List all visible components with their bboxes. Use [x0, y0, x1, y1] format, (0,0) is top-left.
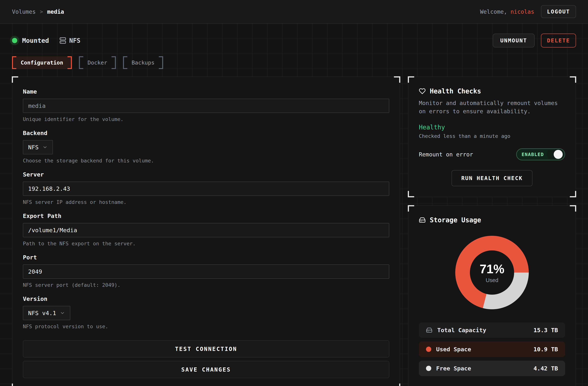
card-corner-icon: [570, 76, 576, 83]
name-help: Unique identifier for the volume.: [23, 116, 389, 122]
export-path-help: Path to the NFS export on the server.: [23, 241, 389, 246]
card-corner-icon: [12, 76, 18, 83]
breadcrumb-volumes[interactable]: Volumes: [12, 8, 36, 15]
name-label: Name: [23, 88, 389, 95]
tab-backups[interactable]: Backups: [123, 56, 163, 69]
tab-configuration[interactable]: Configuration: [12, 56, 72, 69]
card-corner-icon: [12, 384, 18, 386]
name-input[interactable]: [23, 99, 389, 113]
storage-row-label: Free Space: [436, 365, 471, 372]
breadcrumb-separator-icon: >: [40, 9, 43, 15]
free-space-dot: [426, 366, 431, 371]
card-corner-icon: [394, 76, 400, 83]
hard-drive-icon: [426, 327, 432, 333]
storage-row-value: 4.42 TB: [533, 365, 558, 372]
port-input[interactable]: [23, 264, 389, 279]
health-checks-description: Monitor and automatically remount volume…: [419, 99, 561, 115]
card-corner-icon: [394, 384, 400, 386]
storage-row-used: Used Space 10.9 TB: [419, 342, 565, 357]
run-health-check-button[interactable]: RUN HEALTH CHECK: [452, 170, 532, 186]
card-corner-icon: [408, 76, 414, 83]
welcome-text: Welcome, nicolas: [480, 8, 534, 15]
volume-status-row: Mounted NFS UNMOUNT DELETE: [12, 33, 576, 48]
backend-select-value: NFS: [28, 144, 39, 150]
storage-donut-center: 71% Used: [470, 250, 514, 295]
storage-row-label: Total Capacity: [437, 327, 486, 333]
storage-row-free: Free Space 4.42 TB: [419, 361, 565, 376]
remount-toggle-state: ENABLED: [522, 152, 544, 157]
backend-label: Backend: [23, 129, 389, 136]
port-label: Port: [23, 254, 389, 261]
heart-icon: [419, 88, 426, 95]
storage-row-label: Used Space: [436, 346, 471, 353]
health-status: Healthy: [419, 124, 565, 131]
mounted-status-label: Mounted: [22, 37, 49, 44]
export-path-label: Export Path: [23, 213, 389, 219]
card-corner-icon: [570, 205, 576, 212]
username: nicolas: [511, 8, 534, 15]
logout-button[interactable]: LOGOUT: [541, 5, 576, 18]
card-corner-icon: [408, 205, 414, 212]
breadcrumb: Volumes > media: [12, 8, 64, 15]
storage-percent-label: Used: [486, 277, 498, 283]
mounted-status-dot: [12, 38, 17, 43]
test-connection-button[interactable]: TEST CONNECTION: [23, 340, 389, 358]
configuration-card: Name Unique identifier for the volume. B…: [12, 77, 400, 386]
save-changes-button[interactable]: SAVE CHANGES: [23, 361, 389, 378]
storage-usage-card: Storage Usage 71% Used Total Capacity 15…: [408, 205, 576, 386]
toggle-knob: [547, 150, 563, 159]
storage-percent: 71%: [480, 262, 504, 276]
hard-drive-icon: [419, 217, 426, 223]
top-bar: Volumes > media Welcome, nicolas LOGOUT: [0, 0, 588, 24]
card-corner-icon: [408, 191, 414, 197]
delete-button[interactable]: DELETE: [541, 34, 576, 47]
server-input[interactable]: [23, 182, 389, 196]
chevron-down-icon: [42, 145, 48, 150]
used-space-dot: [426, 347, 431, 352]
backend-badge-label: NFS: [69, 37, 81, 44]
version-help: NFS protocol version to use.: [23, 323, 389, 329]
server-label: Server: [23, 171, 389, 178]
health-checks-card: Health Checks Monitor and automatically …: [408, 77, 576, 197]
remount-on-error-label: Remount on error: [419, 151, 473, 158]
version-label: Version: [23, 295, 389, 302]
server-help: NFS server IP address or hostname.: [23, 199, 389, 205]
backend-badge: NFS: [60, 37, 81, 44]
tab-docker[interactable]: Docker: [79, 56, 116, 69]
backend-select[interactable]: NFS: [23, 140, 53, 154]
version-select[interactable]: NFS v4.1: [23, 306, 70, 320]
version-select-value: NFS v4.1: [28, 310, 56, 316]
card-corner-icon: [570, 191, 576, 197]
storage-row-total: Total Capacity 15.3 TB: [419, 322, 565, 338]
backend-help: Choose the storage backend for this volu…: [23, 158, 389, 164]
unmount-button[interactable]: UNMOUNT: [493, 34, 535, 47]
breadcrumb-current: media: [47, 8, 64, 15]
server-icon: [60, 37, 66, 44]
storage-row-value: 10.9 TB: [533, 346, 558, 353]
health-last-checked: Checked less than a minute ago: [419, 133, 565, 139]
remount-toggle[interactable]: ENABLED: [516, 148, 565, 160]
chevron-down-icon: [60, 310, 65, 316]
storage-usage-title: Storage Usage: [430, 216, 481, 224]
health-checks-title: Health Checks: [430, 87, 481, 95]
export-path-input[interactable]: [23, 223, 389, 237]
tab-bar: Configuration Docker Backups: [12, 56, 576, 69]
storage-row-value: 15.3 TB: [533, 327, 558, 333]
port-help: NFS server port (default: 2049).: [23, 282, 389, 288]
